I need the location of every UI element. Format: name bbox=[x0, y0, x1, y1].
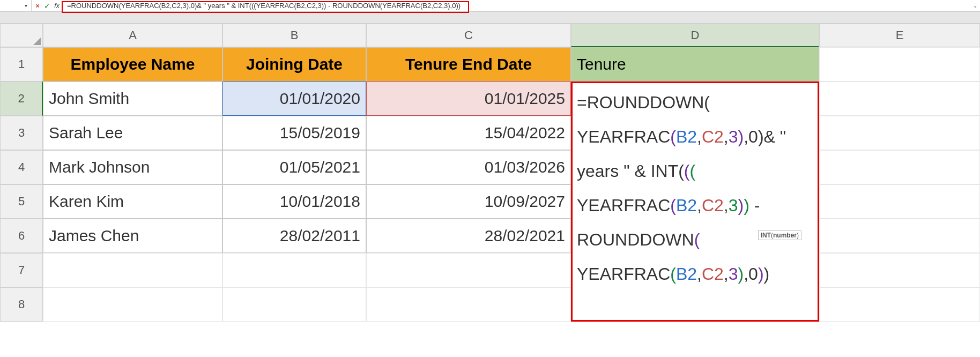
cell-C6[interactable]: 28/02/2021 bbox=[366, 219, 571, 253]
row-head-4[interactable]: 4 bbox=[0, 150, 43, 184]
cell-B2[interactable]: 01/01/2020 bbox=[222, 81, 366, 116]
cell-E8[interactable] bbox=[819, 287, 980, 322]
cell-C2[interactable]: 01/01/2025 bbox=[366, 81, 571, 116]
cell-B7[interactable] bbox=[222, 253, 366, 287]
cell-B3[interactable]: 15/05/2019 bbox=[222, 116, 366, 150]
col-head-A[interactable]: A bbox=[43, 24, 222, 47]
cancel-button[interactable]: × bbox=[33, 0, 42, 12]
col-head-B[interactable]: B bbox=[222, 24, 366, 47]
cell-A6[interactable]: James Chen bbox=[43, 219, 222, 253]
cell-C4[interactable]: 01/03/2026 bbox=[366, 150, 571, 184]
function-tooltip: INT(number) bbox=[758, 230, 801, 240]
expand-formula-bar-icon[interactable]: ⌄ bbox=[970, 3, 980, 9]
row-head-1[interactable]: 1 bbox=[0, 47, 43, 81]
row-head-7[interactable]: 7 bbox=[0, 253, 43, 287]
cell-C5[interactable]: 10/09/2027 bbox=[366, 184, 571, 219]
cell-B8[interactable] bbox=[222, 287, 366, 322]
spreadsheet-grid: A B C D E 1 Employee Name Joining Date T… bbox=[0, 24, 980, 322]
cell-A3[interactable]: Sarah Lee bbox=[43, 116, 222, 150]
cell-E5[interactable] bbox=[819, 184, 980, 219]
cell-E1[interactable] bbox=[819, 47, 980, 81]
row-head-8[interactable]: 8 bbox=[0, 287, 43, 322]
cell-B5[interactable]: 10/01/2018 bbox=[222, 184, 366, 219]
cell-C1[interactable]: Tenure End Date bbox=[366, 47, 571, 81]
cell-A4[interactable]: Mark Johnson bbox=[43, 150, 222, 184]
cell-B4[interactable]: 01/05/2021 bbox=[222, 150, 366, 184]
row-head-6[interactable]: 6 bbox=[0, 219, 43, 253]
cell-A1[interactable]: Employee Name bbox=[43, 47, 222, 81]
row-head-3[interactable]: 3 bbox=[0, 116, 43, 150]
select-all-corner[interactable] bbox=[0, 24, 43, 47]
cell-C3[interactable]: 15/04/2022 bbox=[366, 116, 571, 150]
cell-C7[interactable] bbox=[366, 253, 571, 287]
row-head-2[interactable]: 2 bbox=[0, 81, 43, 116]
cell-A8[interactable] bbox=[43, 287, 222, 322]
formula-bar: ▾ × ✓ fx =ROUNDDOWN(YEARFRAC(B2,C2,3),0)… bbox=[0, 0, 980, 12]
cell-D2-editing[interactable]: =ROUNDDOWN( YEARFRAC(B2,C2,3),0)& " year… bbox=[571, 81, 819, 322]
col-head-C[interactable]: C bbox=[366, 24, 571, 47]
cell-E4[interactable] bbox=[819, 150, 980, 184]
row-head-5[interactable]: 5 bbox=[0, 184, 43, 219]
enter-button[interactable]: ✓ bbox=[42, 0, 52, 12]
cell-E7[interactable] bbox=[819, 253, 980, 287]
cell-E6[interactable] bbox=[819, 219, 980, 253]
col-head-E[interactable]: E bbox=[819, 24, 980, 47]
formula-input[interactable]: =ROUNDDOWN(YEARFRAC(B2,C2,3),0)& " years… bbox=[65, 2, 970, 10]
ribbon-spacer bbox=[0, 12, 980, 24]
cell-E3[interactable] bbox=[819, 116, 980, 150]
col-head-D[interactable]: D bbox=[571, 24, 819, 47]
formula-input-wrap: =ROUNDDOWN(YEARFRAC(B2,C2,3),0)& " years… bbox=[62, 2, 970, 10]
insert-function-button[interactable]: fx bbox=[52, 0, 62, 12]
cell-C8[interactable] bbox=[366, 287, 571, 322]
cell-A2[interactable]: John Smith bbox=[43, 81, 222, 116]
cell-E2[interactable] bbox=[819, 81, 980, 116]
cell-A7[interactable] bbox=[43, 253, 222, 287]
cell-D1[interactable]: Tenure bbox=[571, 47, 819, 81]
name-box-dropdown-icon[interactable]: ▾ bbox=[21, 3, 30, 9]
cell-B6[interactable]: 28/02/2011 bbox=[222, 219, 366, 253]
cell-A5[interactable]: Karen Kim bbox=[43, 184, 222, 219]
cell-B1[interactable]: Joining Date bbox=[222, 47, 366, 81]
divider bbox=[31, 0, 32, 12]
